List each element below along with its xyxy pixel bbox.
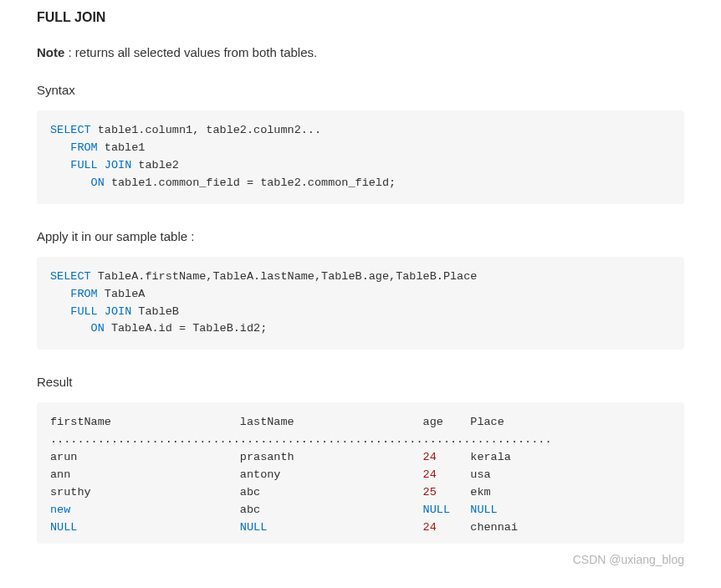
keyword-on: ON [91,176,105,189]
syntax-label: Syntax [37,83,684,97]
result-age: 24 [423,451,437,463]
code-text: table1.common_field = table2.common_fiel… [105,176,396,189]
result-age: 25 [423,486,437,499]
result-place: chennai [437,521,518,534]
table-row: abc [70,504,422,516]
code-text: table1 [98,141,146,154]
result-divider: ........................................… [50,433,552,446]
result-header: firstName lastName age Place [50,416,504,428]
result-null: NULL [50,521,77,534]
note-bold: Note [37,45,64,59]
result-null: NULL [470,504,497,516]
table-row [77,521,239,534]
result-block: firstName lastName age Place ...........… [37,402,684,543]
keyword-full: FULL [70,159,97,171]
code-text: TableB [131,305,179,318]
result-sp [450,504,470,516]
keyword-from: FROM [70,288,97,300]
keyword-from: FROM [70,141,97,154]
keyword-select: SELECT [50,124,91,136]
note-paragraph: Note : returns all selected values from … [37,45,684,59]
result-place: kerala [437,451,511,463]
code-text: table1.column1, table2.column2... [91,124,321,136]
result-new: new [50,504,70,516]
code-text: TableA.id = TableB.id2; [105,322,267,335]
result-null: NULL [423,504,450,516]
result-age: 24 [423,521,437,534]
keyword-select: SELECT [50,270,91,283]
result-place: usa [437,468,491,481]
table-row: sruthy abc [50,486,423,499]
code-text: TableA.firstName,TableA.lastName,TableB.… [91,270,478,283]
syntax-code-block: SELECT table1.column1, table2.column2...… [37,110,684,204]
result-age: 24 [423,468,437,481]
watermark: CSDN @uxiang_blog [573,553,684,564]
table-row: arun prasanth [50,451,423,463]
keyword-join: JOIN [105,305,131,318]
table-row: ann antony [50,468,423,481]
page-title: FULL JOIN [37,10,684,25]
result-label: Result [37,375,684,389]
keyword-full: FULL [70,305,97,318]
code-text: TableA [98,288,146,300]
result-null: NULL [240,521,267,534]
keyword-on: ON [91,322,105,335]
note-text: : returns all selected values from both … [64,45,317,59]
keyword-join: JOIN [105,159,131,171]
apply-code-block: SELECT TableA.firstName,TableA.lastName,… [37,257,684,350]
result-sp [267,521,422,534]
result-place: ekm [437,486,491,499]
code-text: table2 [131,159,179,171]
apply-label: Apply it in our sample table : [37,229,684,243]
